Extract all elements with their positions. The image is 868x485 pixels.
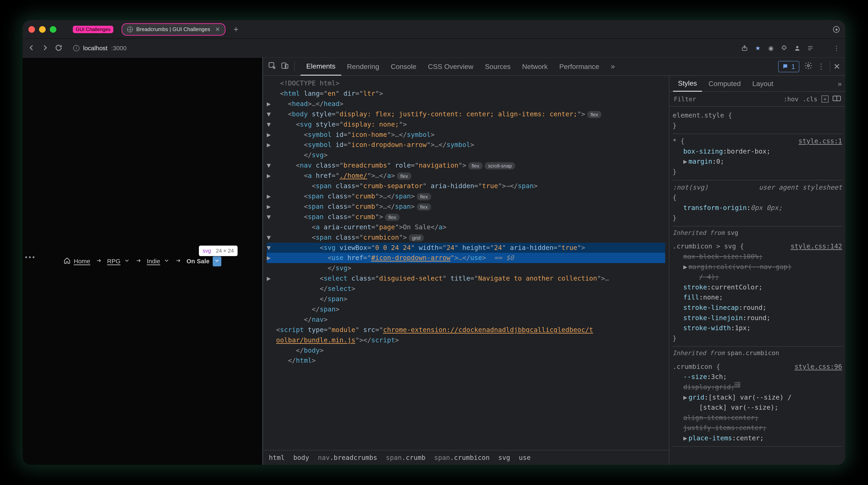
breadcrumb-link[interactable]: Indie [147,258,160,265]
share-icon[interactable] [741,45,748,52]
styles-tab-computed[interactable]: Computed [704,76,746,92]
dom-line[interactable]: ▶ <head>…</head> [267,99,665,109]
devtools-tab-console[interactable]: Console [385,57,422,76]
cls-toggle[interactable]: .cls [803,95,817,103]
site-info-icon[interactable]: i [73,45,80,51]
forward-button[interactable] [41,44,49,53]
breadcrumb-home[interactable]: Home [64,257,90,265]
devtools-tab-elements[interactable]: Elements [301,57,341,76]
dom-line[interactable]: ▶ <span class="crumb">…</span>flex [267,191,665,202]
chevron-down-icon[interactable] [213,256,221,266]
css-rule[interactable]: :not(svg)user agent stylesheet{transform… [673,180,842,226]
breadcrumb-home-link[interactable]: Home [74,258,90,265]
devtools-menu-icon[interactable]: ⋮ [817,62,825,71]
dom-line[interactable]: </svg> [267,263,665,274]
devtools-tab-sources[interactable]: Sources [479,57,516,76]
dom-line[interactable]: </svg> [267,150,665,160]
dom-crumb[interactable]: svg [498,454,510,461]
chevron-down-icon[interactable] [124,258,130,265]
dom-line[interactable]: </body> [267,345,665,356]
dom-line[interactable]: <html lang="en" dir="ltr"> [267,88,665,99]
css-rule[interactable]: .crumbicon > svg {style.css:142max-block… [673,239,842,347]
tooltip-dimensions: 24 × 24 [216,248,234,254]
dom-line[interactable]: •••▶ <use href="#icon-dropdown-arrow">…<… [267,253,665,263]
extension-icon-1[interactable]: ◉ [767,45,775,52]
dom-line[interactable]: ▶ <span class="crumb">…</span>flex [267,202,665,212]
dom-line[interactable]: </span> [267,304,665,315]
inspect-icon[interactable] [268,61,276,72]
extensions-icon[interactable] [780,45,788,52]
svg-point-5 [807,65,809,67]
dom-line[interactable]: </select> [267,284,665,294]
reload-button[interactable] [55,44,63,53]
new-tab-button[interactable]: + [229,25,243,34]
more-styles-tabs-icon[interactable]: » [838,80,842,88]
settings-gear-icon[interactable] [804,61,812,72]
dom-crumb[interactable]: use [519,454,531,461]
devtools-tab-rendering[interactable]: Rendering [341,57,385,76]
dom-line[interactable]: ▼ <nav class="breadcrumbs" role="navigat… [267,160,665,171]
dom-line[interactable]: ▼ <svg viewBox="0 0 24 24" width="24" he… [267,243,665,253]
address-bar[interactable]: i localhost:3000 [68,41,735,55]
extension-icon-2[interactable] [820,45,827,52]
dom-crumb[interactable]: nav.breadcrumbs [318,454,377,461]
css-rule[interactable]: .crumbicon {style.css:96--size: 3ch;disp… [673,360,842,447]
dom-crumb[interactable]: body [293,454,309,461]
new-rule-icon[interactable]: + [822,95,829,103]
devtools-tab-network[interactable]: Network [516,57,554,76]
breadcrumb-item[interactable]: Indie [147,258,170,265]
styles-rules[interactable]: element.style {}* {style.css:1box-sizing… [669,107,845,465]
computed-toggle-icon[interactable] [833,95,841,103]
dom-line[interactable]: ▼ <span class="crumb">flex [267,212,665,222]
dom-line[interactable]: </span> [267,294,665,304]
dom-crumb[interactable]: html [269,454,285,461]
dom-tree[interactable]: <!DOCTYPE html> <html lang="en" dir="ltr… [263,76,669,450]
close-window-button[interactable] [28,26,35,33]
browser-menu-icon[interactable]: ⋮ [833,45,840,52]
dom-line[interactable]: <span class="crumb-separator" aria-hidde… [267,181,665,191]
styles-tab-layout[interactable]: Layout [747,76,778,92]
styles-tab-styles[interactable]: Styles [673,76,702,92]
dom-line[interactable]: </html> [267,355,665,366]
dom-line[interactable]: ▼ <svg style="display: none;"> [267,119,665,130]
devtools-tab-css-overview[interactable]: CSS Overview [422,57,479,76]
maximize-window-button[interactable] [50,26,56,33]
css-rule[interactable]: element.style {} [673,108,842,134]
reading-list-icon[interactable] [807,45,814,52]
close-tab-icon[interactable]: ✕ [215,26,220,33]
dom-line[interactable]: ▶ <a href="./home/">…</a>flex [267,171,665,181]
window-controls [28,26,56,33]
dom-line[interactable]: ▶ <symbol id="icon-dropdown-arrow">…</sy… [267,140,665,150]
styles-filter-input[interactable]: Filter [674,95,780,103]
devtools-tab-performance[interactable]: Performance [554,57,605,76]
minimize-window-button[interactable] [39,26,46,33]
more-tabs-icon[interactable]: » [607,62,619,71]
issues-badge[interactable]: 1 [778,61,799,72]
dom-crumb[interactable]: span.crumbicon [434,454,490,461]
breadcrumb-item[interactable]: RPG [107,258,130,265]
back-button[interactable] [28,44,35,53]
dom-line[interactable]: <a aria-current="page">On Sale</a> [267,222,665,232]
dom-line[interactable]: <script type="module" src="chrome-extens… [267,325,665,345]
dom-line[interactable]: </nav> [267,315,665,325]
device-icon[interactable] [281,61,289,72]
styles-section-header: Inherited from span.crumbicon [673,347,842,360]
cast-icon[interactable] [833,26,840,33]
browser-tab-active[interactable]: Breadcrumbs | GUI Challenges ✕ [122,23,225,36]
dom-line[interactable]: ▼ <span class="crumbicon">grid [267,232,665,243]
close-devtools-icon[interactable]: ✕ [830,62,840,71]
breadcrumb-link[interactable]: RPG [107,258,121,265]
hov-toggle[interactable]: :hov [784,95,799,103]
dom-breadcrumbs[interactable]: htmlbodynav.breadcrumbsspan.crumbspan.cr… [263,450,669,465]
dom-line[interactable]: ▼ <body style="display: flex; justify-co… [267,109,665,119]
dom-line[interactable]: <!DOCTYPE html> [267,78,665,88]
chevron-down-icon[interactable] [163,258,170,265]
css-rule[interactable]: * {style.css:1box-sizing: border-box;▶ma… [673,134,842,180]
dom-crumb[interactable]: span.crumb [386,454,426,461]
profile-icon[interactable] [794,45,801,52]
tab-label: GUI Challenges [73,26,113,33]
browser-tab-inactive[interactable]: GUI Challenges [68,23,118,36]
dom-line[interactable]: ▶ <symbol id="icon-home">…</symbol> [267,130,665,140]
bookmark-star-icon[interactable]: ★ [754,45,762,52]
dom-line[interactable]: ▶ <select class="disguised-select" title… [267,274,665,284]
